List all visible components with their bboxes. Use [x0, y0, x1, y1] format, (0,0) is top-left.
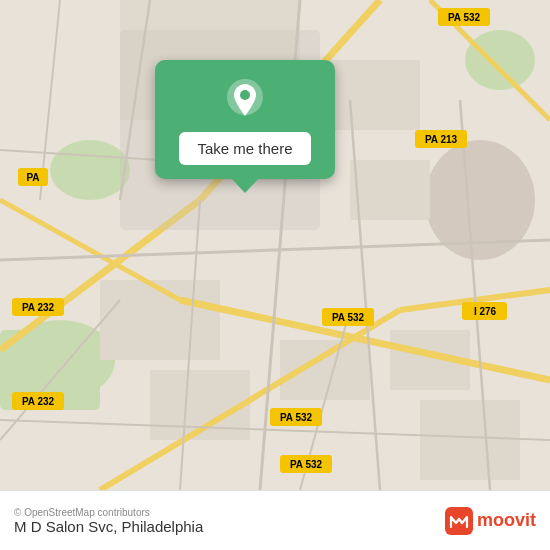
svg-text:PA: PA — [26, 172, 39, 183]
svg-text:PA 213: PA 213 — [425, 134, 458, 145]
svg-text:PA 532: PA 532 — [448, 12, 481, 23]
svg-point-3 — [50, 140, 130, 200]
svg-text:PA 532: PA 532 — [290, 459, 323, 470]
popup-card: Take me there — [155, 60, 335, 179]
svg-text:PA 532: PA 532 — [280, 412, 313, 423]
moovit-icon — [445, 507, 473, 535]
svg-rect-12 — [280, 340, 370, 400]
svg-rect-9 — [350, 160, 430, 220]
svg-rect-14 — [420, 400, 520, 480]
map-container: PA 532 PA 213 PA PA 232 PA 232 PA 532 PA… — [0, 0, 550, 490]
bottom-left-info: © OpenStreetMap contributors M D Salon S… — [14, 507, 203, 535]
location-pin-icon — [223, 78, 267, 122]
svg-rect-54 — [445, 507, 473, 535]
location-name: M D Salon Svc, Philadelphia — [14, 518, 203, 535]
svg-text:PA 232: PA 232 — [22, 396, 55, 407]
svg-rect-10 — [100, 280, 220, 360]
svg-rect-8 — [330, 60, 420, 130]
svg-point-5 — [465, 30, 535, 90]
svg-point-53 — [240, 90, 250, 100]
svg-text:PA 532: PA 532 — [332, 312, 365, 323]
take-me-there-button[interactable]: Take me there — [179, 132, 310, 165]
moovit-label: moovit — [477, 510, 536, 531]
svg-text:PA 232: PA 232 — [22, 302, 55, 313]
svg-text:I 276: I 276 — [474, 306, 497, 317]
attribution-text: © OpenStreetMap contributors — [14, 507, 203, 518]
moovit-logo: moovit — [445, 507, 536, 535]
bottom-bar: © OpenStreetMap contributors M D Salon S… — [0, 490, 550, 550]
